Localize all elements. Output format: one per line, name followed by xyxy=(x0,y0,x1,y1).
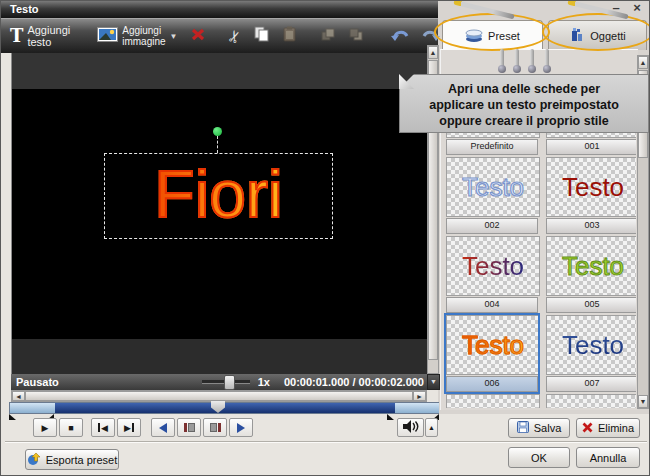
text-selection-box[interactable]: Fiori xyxy=(104,153,333,239)
delete-x-icon xyxy=(582,422,593,435)
preset-item[interactable]: Testo002 xyxy=(446,157,538,234)
delete-object-button[interactable] xyxy=(188,25,208,47)
export-preset-label: Esporta preset xyxy=(46,454,118,466)
prev-frame-icon: ◀ xyxy=(101,423,108,433)
preset-thumbnail[interactable]: Testo xyxy=(446,394,540,408)
redo-button[interactable] xyxy=(419,25,443,47)
preset-thumbnail[interactable]: Testo xyxy=(546,236,636,296)
add-image-label: Aggiungi immagine xyxy=(122,25,165,47)
scroll-right-button[interactable]: ► xyxy=(413,391,426,401)
preset-sample-text: Testo xyxy=(462,332,524,358)
next-frame-button[interactable]: ▶ xyxy=(117,418,141,437)
bring-forward-button[interactable] xyxy=(318,25,339,47)
delete-x-icon xyxy=(191,27,205,45)
prev-frame-icon xyxy=(98,423,100,432)
add-image-button[interactable]: Aggiungi immagine ▼ xyxy=(94,23,180,49)
copy-button[interactable] xyxy=(251,24,273,48)
preset-item[interactable]: Testo xyxy=(446,394,538,408)
note-line: applicare un testo preimpostato xyxy=(400,97,648,113)
trim-region-left[interactable] xyxy=(10,403,55,413)
preset-item[interactable]: Testo007 xyxy=(546,315,636,392)
chevron-down-icon[interactable]: ▼ xyxy=(170,32,178,41)
paste-icon xyxy=(283,26,296,46)
copy-icon xyxy=(254,26,270,46)
scroll-down-button[interactable]: ▼ xyxy=(638,395,648,408)
speaker-icon xyxy=(403,420,419,435)
preset-thumbnail[interactable]: Testo xyxy=(546,315,636,375)
overlay-text[interactable]: Fiori xyxy=(154,161,282,227)
preset-thumbnail[interactable]: Testo xyxy=(446,236,540,296)
chevron-up-icon: ▲ xyxy=(428,424,435,431)
tooltip-note: Apri una delle schede per applicare un t… xyxy=(399,74,649,133)
preset-sample-text: Testo xyxy=(562,253,624,279)
add-text-label: Aggiungi testo xyxy=(27,24,70,48)
volume-button[interactable] xyxy=(397,418,424,437)
trim-handle-icon[interactable] xyxy=(9,414,16,420)
export-preset-button[interactable]: Esporta preset xyxy=(25,449,119,470)
save-button[interactable]: Salva xyxy=(508,418,570,438)
ok-label: OK xyxy=(531,452,547,464)
send-backward-icon xyxy=(349,27,364,45)
cancel-label: Annulla xyxy=(590,452,627,464)
rotate-handle[interactable] xyxy=(213,127,222,136)
blue-arrow-right-icon xyxy=(237,423,245,433)
play-icon: ▶ xyxy=(42,423,49,433)
preset-thumbnail[interactable]: Testo xyxy=(446,315,540,375)
note-line: oppure creare il proprio stile xyxy=(400,113,648,129)
stop-icon: ■ xyxy=(68,423,73,433)
save-icon xyxy=(517,421,529,435)
bring-forward-icon xyxy=(321,27,336,45)
previous-frame-button[interactable]: ◀ xyxy=(91,418,115,437)
scroll-left-button[interactable]: ◄ xyxy=(12,391,25,401)
preset-item[interactable]: Testo006 xyxy=(446,315,538,392)
speed-slider[interactable] xyxy=(202,380,250,384)
trim-timeline[interactable] xyxy=(9,402,439,414)
preset-item[interactable]: Testo005 xyxy=(546,236,636,313)
preset-sample-text: Testo xyxy=(462,253,524,279)
set-start-marker-button[interactable] xyxy=(177,418,201,437)
preset-label: Predefinito xyxy=(446,139,538,155)
window-title: Testo xyxy=(10,3,39,15)
scrollbar-thumb[interactable] xyxy=(25,391,413,401)
ok-button[interactable]: OK xyxy=(508,447,570,468)
undo-button[interactable] xyxy=(388,25,412,47)
tab-oggetti[interactable]: Oggetti xyxy=(548,20,647,50)
preset-sample-text: Testo xyxy=(462,174,524,200)
preset-label: 001 xyxy=(546,139,636,155)
set-end-marker-button[interactable] xyxy=(203,418,227,437)
preset-item[interactable]: Testo xyxy=(546,394,636,408)
speed-slider-thumb[interactable] xyxy=(224,375,235,390)
letterbox-top xyxy=(12,53,427,89)
tab-oggetti-label: Oggetti xyxy=(590,30,625,42)
preset-thumbnail[interactable]: Testo xyxy=(446,157,540,217)
preset-thumbnail[interactable]: Testo xyxy=(546,394,636,408)
preset-item[interactable]: Testo003 xyxy=(546,157,636,234)
go-to-start-button[interactable] xyxy=(151,418,175,437)
cancel-button[interactable]: Annulla xyxy=(576,447,640,468)
go-to-end-button[interactable] xyxy=(229,418,253,437)
preview-hscrollbar[interactable]: ◄ ► xyxy=(11,390,427,402)
paste-button[interactable] xyxy=(280,24,299,48)
cut-button[interactable]: ✂ xyxy=(225,25,244,48)
playhead-marker[interactable] xyxy=(211,401,225,413)
image-icon xyxy=(97,27,118,46)
pushpin-head-icon xyxy=(543,65,551,73)
tab-preset[interactable]: Preset xyxy=(442,20,543,50)
volume-slider-toggle[interactable]: ▲ xyxy=(425,418,438,437)
preset-item[interactable]: Testo004 xyxy=(446,236,538,313)
preset-label: 007 xyxy=(546,376,636,392)
preset-thumbnail[interactable]: Testo xyxy=(546,157,636,217)
trim-region-right[interactable] xyxy=(395,403,439,413)
scroll-up-button[interactable]: ▲ xyxy=(638,56,648,69)
scroll-up-button[interactable]: ▲ xyxy=(428,46,438,59)
add-text-button[interactable]: T Aggiungi testo xyxy=(7,22,73,50)
stop-button[interactable]: ■ xyxy=(59,418,83,437)
delete-button[interactable]: Elimina xyxy=(576,418,640,438)
play-button[interactable]: ▶ xyxy=(33,418,57,437)
preview-options-dropdown[interactable]: ▼ xyxy=(427,374,440,390)
preset-sample-text: Testo xyxy=(562,174,624,200)
close-button[interactable]: × xyxy=(629,1,645,15)
speed-value: 1x xyxy=(258,376,270,388)
trim-handle-icon[interactable] xyxy=(387,414,394,420)
send-backward-button[interactable] xyxy=(346,25,367,47)
